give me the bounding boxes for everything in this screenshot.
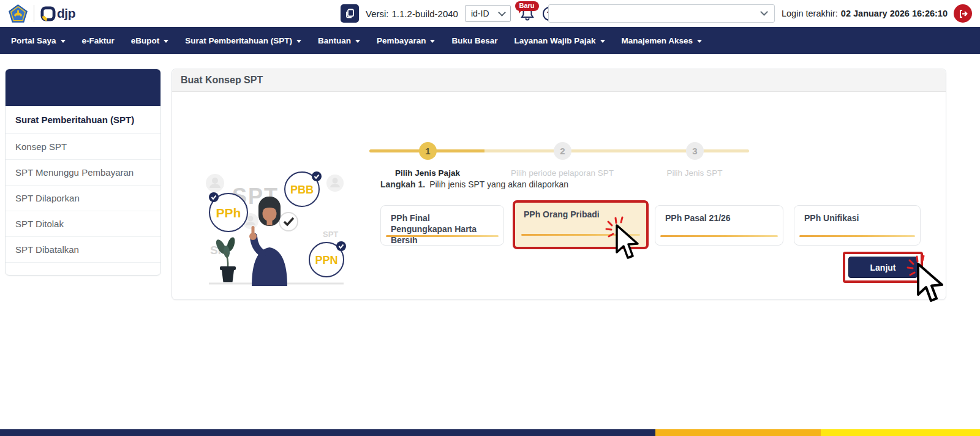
step-circle-1: 1: [419, 142, 437, 160]
language-select[interactable]: id-ID: [465, 5, 511, 22]
kemenkeu-logo-icon: [9, 4, 28, 23]
option-label: PPh Pasal 21/26: [665, 212, 773, 224]
nav-label: Layanan Wajib Pajak: [514, 36, 595, 45]
login-cluster: Login terakhir:02 January 2026 16:26:10: [782, 4, 972, 23]
sidebar-item-spt-ditolak[interactable]: SPT Ditolak: [6, 211, 160, 237]
chevron-down-icon: [600, 40, 605, 43]
chevron-down-icon: [697, 40, 702, 43]
logout-icon: [958, 9, 968, 19]
last-login-value: 02 January 2026 16:26:10: [841, 9, 948, 18]
nav-label: Portal Saya: [11, 36, 56, 45]
nav-label: e-Faktur: [82, 36, 115, 45]
option-card-pph-pasal-21-26[interactable]: PPh Pasal 21/26: [655, 205, 783, 246]
sidebar-item-spt-menunggu-pembayaran[interactable]: SPT Menunggu Pembayaran: [6, 160, 160, 186]
option-label: PPh Orang Pribadi: [524, 209, 638, 220]
djp-logo-icon: [40, 6, 56, 21]
card-header: Buat Konsep SPT: [172, 69, 946, 92]
option-underline: [660, 235, 778, 237]
chevron-down-icon: [296, 40, 301, 43]
main-navbar: Portal Saya e-Faktur eBupot Surat Pember…: [0, 27, 980, 54]
chevron-down-icon: [760, 8, 768, 16]
stepper-remaining-line: [484, 149, 749, 152]
djp-wordmark-text: djp: [57, 6, 75, 21]
page: djp Versi:1.1.2-build-2040 id-ID Baru: [0, 0, 980, 436]
logout-button[interactable]: [954, 4, 972, 23]
click-annotation-lanjut: Lanjut: [843, 252, 923, 283]
sidebar-section-title: Surat Pemberitahuan (SPT): [6, 106, 160, 134]
last-login-text: Login terakhir:02 January 2026 16:26:10: [782, 9, 948, 18]
copy-icon: [345, 9, 355, 18]
lanjut-button[interactable]: Lanjut: [848, 257, 918, 278]
illu-pbb-text: PBB: [290, 184, 314, 196]
notifications-bell[interactable]: Baru: [520, 6, 536, 21]
chevron-down-icon: [61, 40, 66, 43]
version-cluster: Versi:1.1.2-build-2040 id-ID Baru ?: [341, 4, 557, 23]
last-login-label: Login terakhir:: [782, 9, 838, 18]
spt-illustration: SPT SPT SPT PBB PPh PPN: [197, 165, 351, 290]
nav-item-manajemen-akses[interactable]: Manajemen Akses: [622, 36, 703, 45]
illu-ppn-text: PPN: [315, 254, 337, 266]
step-instruction-text: Pilih jenis SPT yang akan dilaporkan: [429, 179, 568, 189]
nav-label: Surat Pemberitahuan (SPT): [185, 36, 292, 45]
brand-group: djp: [9, 4, 75, 23]
step-circle-3: 3: [686, 142, 704, 160]
version-label: Versi:: [366, 9, 389, 19]
buat-konsep-spt-card: Buat Konsep SPT 1 2 3 Pilih Jenis Pajak …: [172, 69, 946, 300]
sidebar-item-spt-dibatalkan[interactable]: SPT Dibatalkan: [6, 237, 160, 263]
option-underline: [521, 234, 640, 236]
page-title: Buat Konsep SPT: [181, 75, 263, 86]
nav-label: Manajemen Akses: [622, 36, 693, 45]
sidebar-item-spt-dilaporkan[interactable]: SPT Dilaporkan: [6, 186, 160, 211]
option-underline: [799, 235, 915, 237]
step-label-2: Pilih periode pelaporan SPT: [489, 168, 636, 178]
version-value: 1.1.2-build-2040: [392, 9, 458, 19]
footer-brand-bar: [0, 429, 980, 436]
nav-label: Pembayaran: [377, 36, 426, 45]
footer-amber-segment: [655, 429, 821, 436]
nav-item-e-faktur[interactable]: e-Faktur: [82, 36, 115, 45]
sidebar-footer-space: [6, 263, 160, 275]
taxpayer-select[interactable]: [548, 4, 775, 23]
option-card-pph-final-pengungkapan-harta-bersih[interactable]: PPh Final Pengungkapan Harta Bersih: [380, 205, 504, 246]
version-text: Versi:1.1.2-build-2040: [366, 9, 458, 19]
djp-logo: djp: [40, 6, 75, 21]
step-label-3: Pilih Jenis SPT: [621, 168, 768, 178]
stepper: 1 2 3 Pilih Jenis Pajak Pilih periode pe…: [369, 106, 749, 144]
new-badge: Baru: [515, 1, 539, 11]
nav-item-pembayaran[interactable]: Pembayaran: [377, 36, 435, 45]
option-label: PPh Unifikasi: [804, 212, 910, 224]
nav-item-ebupot[interactable]: eBupot: [131, 36, 169, 45]
step-instruction-prefix: Langkah 1.: [380, 179, 425, 189]
footer-yellow-segment: [821, 429, 980, 436]
illu-pph-text: PPh: [216, 206, 241, 220]
copy-version-button[interactable]: [341, 4, 359, 23]
chevron-down-icon: [355, 40, 360, 43]
nav-item-surat-pemberitahuan-spt[interactable]: Surat Pemberitahuan (SPT): [185, 36, 301, 45]
option-label: PPh Final Pengungkapan Harta Bersih: [391, 212, 494, 246]
option-underline: [386, 235, 499, 237]
nav-item-bantuan[interactable]: Bantuan: [318, 36, 360, 45]
nav-item-buku-besar[interactable]: Buku Besar: [451, 36, 497, 45]
chevron-down-icon: [498, 9, 506, 17]
step-instruction: Langkah 1.Pilih jenis SPT yang akan dila…: [380, 179, 568, 189]
footer-navy-segment: [0, 429, 655, 436]
brand-divider: [34, 5, 34, 22]
step-circle-2: 2: [554, 142, 571, 160]
chevron-down-icon: [430, 40, 435, 43]
option-card-pph-orang-pribadi[interactable]: PPh Orang Pribadi: [513, 200, 649, 249]
nav-label: Bantuan: [318, 36, 351, 45]
sidebar: Surat Pemberitahuan (SPT) Konsep SPT SPT…: [5, 69, 161, 276]
language-selected-value: id-ID: [471, 9, 489, 18]
app-header: djp Versi:1.1.2-build-2040 id-ID Baru: [0, 0, 980, 27]
sidebar-hero-banner: [6, 69, 160, 106]
sidebar-item-konsep-spt[interactable]: Konsep SPT: [6, 134, 160, 160]
illu-spt-small-right-text: SPT: [323, 230, 338, 239]
nav-label: Buku Besar: [451, 36, 497, 45]
nav-item-portal-saya[interactable]: Portal Saya: [11, 36, 66, 45]
nav-label: eBupot: [131, 36, 160, 45]
step-label-1: Pilih Jenis Pajak: [354, 168, 501, 178]
chevron-down-icon: [164, 40, 168, 43]
nav-item-layanan-wajib-pajak[interactable]: Layanan Wajib Pajak: [514, 36, 605, 45]
option-card-pph-unifikasi[interactable]: PPh Unifikasi: [794, 205, 921, 246]
